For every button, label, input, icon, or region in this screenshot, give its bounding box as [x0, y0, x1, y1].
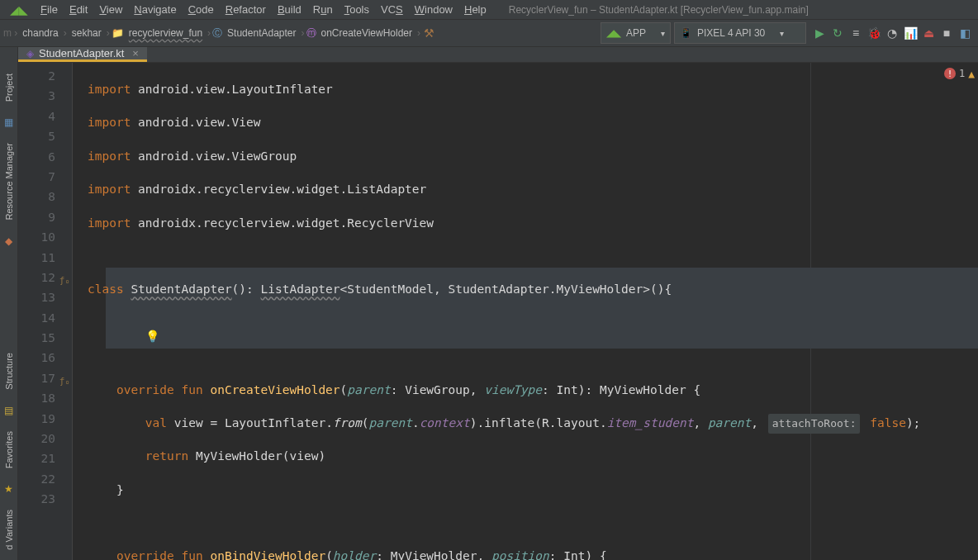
build-icon[interactable]: ⚒ [422, 26, 435, 40]
chevron-down-icon: ▾ [661, 29, 665, 38]
menu-window[interactable]: Window [409, 2, 458, 17]
code-editor[interactable]: ! 1 ▲ 2 3 4 5 6 7 8 9 10 11 12ƒₒ 13 14 1… [18, 63, 978, 560]
lineno[interactable]: 16 [18, 348, 72, 368]
lineno[interactable]: 2 [18, 66, 72, 86]
menu-code[interactable]: Code [183, 2, 220, 17]
lineno[interactable]: 19 [18, 409, 72, 429]
crumb-method[interactable]: onCreateViewHolder [318, 27, 416, 39]
menu-edit[interactable]: Edit [64, 2, 93, 17]
menu-bar: ◢◣ FFileile Edit View Navigate Code Refa… [0, 0, 978, 20]
menu-build[interactable]: Build [272, 2, 307, 17]
debug-icon[interactable]: 🐞 [867, 26, 881, 40]
left-tool-strip: Project ▦ Resource Manager ◆ Structure ▤… [0, 47, 18, 560]
lineno[interactable]: 13 [18, 287, 72, 307]
sidebar-variants[interactable]: d Variants [4, 510, 14, 550]
menu-vcs[interactable]: VCS [375, 2, 409, 17]
crumb-class[interactable]: StudentAdapter [224, 27, 299, 39]
lineno[interactable]: 15 [18, 328, 72, 348]
attach2-icon[interactable]: ⏏ [922, 26, 935, 40]
rerun-icon[interactable]: ↻ [831, 26, 844, 40]
param-hint: attachToRoot: [768, 414, 861, 434]
intention-bulb-icon[interactable]: 💡 [145, 330, 159, 343]
inspection-indicators[interactable]: ! 1 ▲ [944, 68, 975, 80]
lineno[interactable]: 17ƒₒ [18, 368, 72, 388]
lineno[interactable]: 7 [18, 167, 72, 187]
android-logo-icon: ◢◣ [10, 3, 28, 17]
lineno[interactable]: 10 [18, 227, 72, 247]
folder-icon: 📁 [112, 27, 124, 39]
editor: ◈ StudentAdapter.kt × ! 1 ▲ 2 3 4 5 6 7 … [18, 47, 978, 560]
navigation-bar: m › chandra › sekhar › 📁 recyclerview_fu… [0, 20, 978, 47]
error-icon: ! [944, 68, 956, 79]
android-icon: ◢◣ [606, 27, 621, 39]
kotlin-file-icon: ◈ [26, 48, 34, 59]
lineno[interactable]: 6 [18, 147, 72, 167]
method-icon: ⓜ [306, 26, 316, 40]
lineno[interactable]: 23 [18, 489, 72, 509]
tab-close-icon[interactable]: × [132, 47, 139, 59]
sidebar-favorites[interactable]: Favorites [4, 431, 14, 468]
sidebar-project[interactable]: Project [4, 74, 14, 102]
menu-view[interactable]: View [93, 2, 128, 17]
sidebar-structure[interactable]: Structure [4, 353, 14, 390]
lineno[interactable]: 22 [18, 469, 72, 489]
menu-tools[interactable]: Tools [339, 2, 375, 17]
coverage-icon[interactable]: ◔ [885, 26, 899, 40]
lineno[interactable]: 3 [18, 86, 72, 106]
attach-icon[interactable]: ≡ [849, 26, 862, 40]
layout-icon[interactable]: ◧ [958, 26, 971, 40]
chevron-down-icon: ▾ [780, 29, 784, 38]
code-text[interactable]: import android.view.LayoutInflater impor… [73, 63, 978, 560]
favorites-icon[interactable]: ★ [4, 483, 13, 495]
crumb-chandra[interactable]: chandra [19, 27, 61, 39]
lineno[interactable]: 5 [18, 126, 72, 146]
editor-tabs: ◈ StudentAdapter.kt × [18, 47, 978, 63]
device-icon: 📱 [680, 27, 692, 39]
run-icon[interactable]: ▶ [813, 26, 826, 40]
crumb-sekhar[interactable]: sekhar [69, 27, 105, 39]
menu-help[interactable]: Help [458, 2, 492, 17]
lineno[interactable]: 9 [18, 207, 72, 227]
lineno[interactable]: 20 [18, 429, 72, 448]
menu-navigate[interactable]: Navigate [128, 2, 182, 17]
editor-tab-studentadapter[interactable]: ◈ StudentAdapter.kt × [18, 47, 147, 62]
breadcrumb: m › chandra › sekhar › 📁 recyclerview_fu… [2, 26, 599, 40]
structure-icon[interactable]: ▤ [4, 405, 13, 416]
lineno[interactable]: 14 [18, 308, 72, 328]
stop-icon[interactable]: ■ [940, 26, 953, 40]
window-title: RecyclerView_fun – StudentAdapter.kt [Re… [509, 4, 809, 16]
profiler-icon[interactable]: 📊 [904, 26, 917, 40]
menu-file[interactable]: FFileile [35, 2, 64, 17]
lineno[interactable]: 18 [18, 388, 72, 408]
class-icon: Ⓒ [212, 26, 222, 40]
lineno[interactable]: 8 [18, 187, 72, 206]
resmgr-icon[interactable]: ◆ [5, 235, 12, 247]
run-config-select[interactable]: ◢◣ APP ▾ [601, 22, 671, 44]
project-tree-icon[interactable]: ▦ [4, 116, 13, 128]
menu-run[interactable]: Run [307, 2, 339, 17]
error-count: 1 [959, 68, 965, 80]
lineno[interactable]: 21 [18, 448, 72, 468]
device-label: PIXEL 4 API 30 [697, 27, 765, 39]
lineno[interactable]: 12ƒₒ [18, 268, 72, 287]
crumb-package[interactable]: recyclerview_fun [126, 27, 206, 39]
gutter: 2 3 4 5 6 7 8 9 10 11 12ƒₒ 13 14 15 16 1… [18, 63, 73, 560]
menu-refactor[interactable]: Refactor [220, 2, 272, 17]
tab-label: StudentAdapter.kt [39, 47, 124, 59]
sidebar-resmgr[interactable]: Resource Manager [4, 143, 14, 221]
lineno[interactable]: 4 [18, 107, 72, 126]
warning-icon: ▲ [968, 68, 975, 80]
run-config-label: APP [626, 27, 646, 39]
lineno[interactable]: 11 [18, 248, 72, 268]
device-select[interactable]: 📱 PIXEL 4 API 30 ▾ [674, 22, 806, 44]
